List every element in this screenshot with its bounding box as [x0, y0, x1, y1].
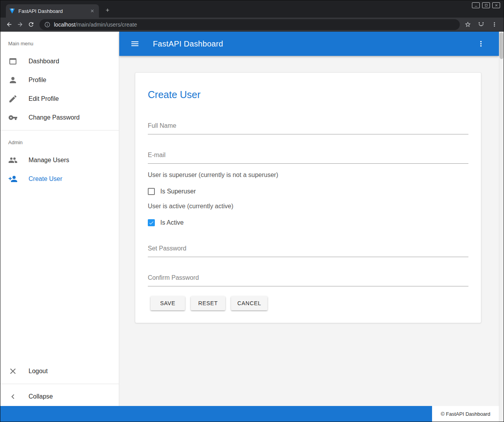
browser-tab-strip: FastAPI Dashboard [0, 0, 504, 18]
forward-icon[interactable] [14, 19, 25, 30]
hamburger-menu-icon[interactable] [128, 37, 142, 51]
sidebar-item-label: Dashboard [29, 58, 59, 65]
page-body: Create User User is superuser (currently… [119, 56, 499, 406]
dashboard-icon [8, 57, 18, 66]
toolbar-right-icons [463, 20, 499, 29]
sidebar-divider [0, 130, 119, 131]
vuetify-favicon-icon [9, 8, 15, 14]
bookmark-star-icon[interactable] [463, 20, 472, 29]
tab-title: FastAPI Dashboard [18, 8, 89, 14]
set-password-field-wrap [148, 244, 468, 257]
full-name-input[interactable] [148, 122, 468, 130]
copyright: © FastAPI Dashboard [432, 406, 499, 422]
sidebar-heading-main-menu: Main menu [0, 35, 119, 52]
close-window-button[interactable] [492, 2, 500, 8]
sidebar-item-label: Create User [29, 175, 62, 182]
sidebar-item-label: Change Password [29, 114, 80, 121]
sidebar-item-create-user[interactable]: Create User [0, 170, 119, 188]
window-controls [472, 2, 500, 8]
maximize-button[interactable] [482, 2, 490, 8]
checkbox-unchecked-icon[interactable] [148, 188, 155, 195]
url-path: /main/admin/users/create [75, 21, 137, 28]
sidebar-item-change-password[interactable]: Change Password [0, 108, 119, 127]
web-content: Main menu Dashboard Profile [0, 32, 504, 422]
reset-button[interactable]: RESET [191, 296, 225, 310]
sidebar-heading-admin: Admin [0, 134, 119, 151]
app-bar: FastAPI Dashboard [119, 32, 499, 56]
sidebar-item-manage-users[interactable]: Manage Users [0, 151, 119, 170]
sidebar-item-edit-profile[interactable]: Edit Profile [0, 89, 119, 108]
browser-toolbar: localhost/main/admin/users/create [0, 18, 504, 32]
full-name-field-wrap [148, 122, 468, 134]
form-buttons: SAVE RESET CANCEL [151, 296, 468, 310]
app-footer: © FastAPI Dashboard [0, 406, 499, 422]
chevron-left-icon [8, 392, 18, 401]
is-superuser-checkbox[interactable]: Is Superuser [148, 188, 468, 195]
browser-menu-dots-icon[interactable] [490, 20, 499, 29]
checkbox-checked-icon[interactable] [148, 219, 155, 226]
back-icon[interactable] [4, 19, 14, 30]
main-area: FastAPI Dashboard Create User [119, 32, 499, 406]
site-info-icon[interactable] [44, 21, 50, 28]
checkbox-label: Is Superuser [160, 188, 196, 195]
logout-close-icon [8, 367, 18, 376]
url-host: localhost [54, 21, 75, 28]
minimize-button[interactable] [472, 2, 480, 8]
appbar-menu-dots-icon[interactable] [474, 37, 488, 51]
sidebar-item-profile[interactable]: Profile [0, 71, 119, 89]
set-password-input[interactable] [148, 244, 468, 253]
save-button[interactable]: SAVE [151, 296, 185, 310]
browser-window: FastAPI Dashboard [0, 0, 504, 422]
confirm-password-input[interactable] [148, 274, 468, 282]
page-scrollbar[interactable] [499, 32, 504, 422]
confirm-password-field-wrap [148, 274, 468, 286]
key-icon [8, 113, 18, 122]
person-icon [8, 75, 18, 85]
pencil-icon [8, 94, 18, 104]
email-field-wrap [148, 151, 468, 164]
sidebar-spacer [0, 188, 119, 362]
sidebar-item-label: Edit Profile [29, 95, 59, 102]
sidebar-item-label: Logout [29, 368, 48, 375]
reload-icon[interactable] [25, 19, 36, 30]
content-left: Main menu Dashboard Profile [0, 32, 499, 422]
body-row: Main menu Dashboard Profile [0, 32, 499, 406]
sidebar-item-dashboard[interactable]: Dashboard [0, 52, 119, 71]
active-hint: User is active (currently active) [148, 203, 468, 210]
address-bar[interactable]: localhost/main/admin/users/create [39, 19, 460, 30]
email-input[interactable] [148, 151, 468, 159]
appbar-title: FastAPI Dashboard [153, 39, 223, 48]
scrollbar-thumb[interactable] [500, 32, 503, 59]
new-tab-button[interactable] [102, 5, 113, 16]
create-user-card: Create User User is superuser (currently… [135, 72, 481, 323]
sidebar-item-label: Collapse [29, 393, 53, 400]
is-active-checkbox[interactable]: Is Active [148, 219, 468, 226]
sidebar: Main menu Dashboard Profile [0, 32, 119, 406]
superuser-hint: User is superuser (currently is not a su… [148, 172, 468, 179]
cancel-button[interactable]: CANCEL [231, 296, 267, 310]
person-add-icon [8, 174, 18, 184]
extension-icon[interactable] [476, 20, 486, 29]
sidebar-divider [0, 384, 119, 384]
people-icon [8, 156, 18, 165]
sidebar-item-collapse[interactable]: Collapse [0, 387, 119, 406]
checkbox-label: Is Active [160, 219, 184, 226]
tab-close-icon[interactable] [89, 7, 96, 14]
sidebar-item-label: Profile [29, 77, 46, 84]
sidebar-item-logout[interactable]: Logout [0, 362, 119, 381]
browser-tab[interactable]: FastAPI Dashboard [6, 4, 99, 18]
sidebar-item-label: Manage Users [29, 157, 69, 164]
page-title: Create User [148, 89, 468, 100]
